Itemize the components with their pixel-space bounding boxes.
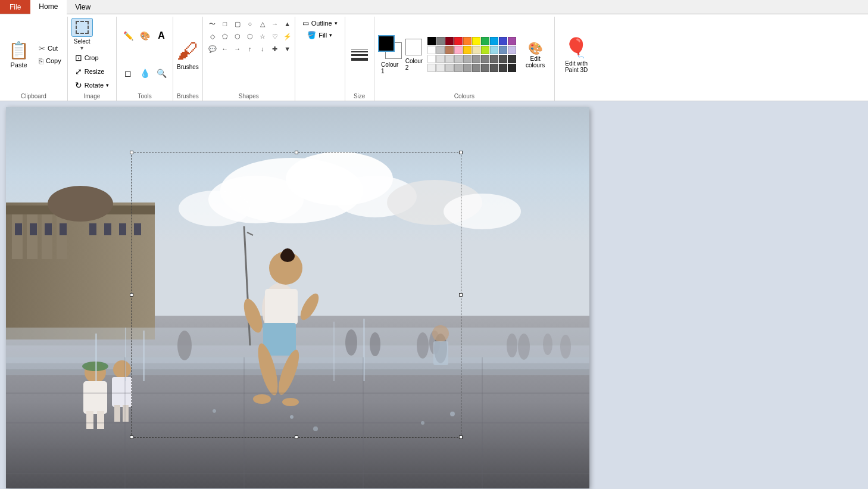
svg-rect-63: [433, 341, 448, 365]
palette-swatch-r3-c1[interactable]: [427, 55, 436, 63]
palette-swatch-r1-c4[interactable]: [454, 37, 463, 45]
paint3d-button[interactable]: 🎈 Edit withPaint 3D: [558, 33, 594, 77]
tab-view[interactable]: View: [67, 0, 99, 14]
clipboard-content: 📋 Paste ✂ Cut ⎘ Copy: [4, 18, 64, 99]
palette-swatch-r1-c6[interactable]: [472, 37, 480, 45]
palette-swatch-r2-c9[interactable]: [499, 46, 507, 54]
clipboard-label: Clipboard: [0, 93, 67, 99]
palette-swatch-r4-c5[interactable]: [463, 64, 472, 72]
palette-swatch-r3-c5[interactable]: [463, 55, 472, 63]
palette-swatch-r3-c7[interactable]: [481, 55, 489, 63]
triangle-shape[interactable]: △: [257, 18, 268, 30]
palette-swatch-r2-c1[interactable]: [427, 46, 436, 54]
copy-icon: ⎘: [39, 57, 43, 66]
crop-button[interactable]: ⊡ Crop: [71, 52, 113, 64]
svg-rect-18: [30, 223, 37, 235]
palette-swatch-r1-c5[interactable]: [463, 37, 472, 45]
pencil-tool[interactable]: ✏️: [120, 28, 136, 43]
palette-swatch-r3-c9[interactable]: [499, 55, 507, 63]
svg-point-33: [417, 332, 429, 359]
palette-swatch-r3-c4[interactable]: [454, 55, 463, 63]
palette-swatch-r3-c3[interactable]: [445, 55, 454, 63]
magnifier-tool[interactable]: 🔍: [154, 66, 169, 81]
palette-swatch-r3-c6[interactable]: [472, 55, 480, 63]
paste-button[interactable]: 📋 Paste: [4, 38, 34, 71]
text-tool[interactable]: A: [154, 28, 169, 43]
colour1-selector[interactable]: Colour1: [378, 35, 402, 74]
cross-shape[interactable]: ✚: [269, 43, 281, 55]
select-dropdown[interactable]: ▾: [80, 45, 83, 51]
heart-shape[interactable]: ♡: [269, 30, 281, 42]
clipboard-right: ✂ Cut ⎘ Copy: [36, 43, 64, 67]
palette-swatch-r1-c3[interactable]: [445, 37, 454, 45]
colour2-selector[interactable]: Colour2: [405, 39, 423, 71]
palette-swatch-r1-c2[interactable]: [436, 37, 445, 45]
svg-point-62: [432, 325, 449, 342]
palette-swatch-r4-c7[interactable]: [481, 64, 489, 72]
palette-swatch-r2-c10[interactable]: [508, 46, 516, 54]
image-container[interactable]: [6, 107, 589, 488]
resize-button[interactable]: ⤢ Resize: [71, 66, 113, 77]
callout-shape[interactable]: 💬: [207, 43, 218, 55]
outline-button[interactable]: ▭ Outline ▾: [299, 18, 341, 29]
pentagon-shape[interactable]: ⬠: [219, 30, 231, 42]
palette-swatch-r2-c3[interactable]: [445, 46, 454, 54]
fill-button[interactable]: 🪣 Fill ▾: [304, 30, 336, 41]
cut-button[interactable]: ✂ Cut: [36, 43, 64, 54]
ellipse-shape[interactable]: ○: [244, 18, 256, 30]
octagon-shape[interactable]: ⬡: [244, 30, 256, 42]
palette-swatch-r1-c9[interactable]: [499, 37, 507, 45]
palette-swatch-r4-c3[interactable]: [445, 64, 454, 72]
color-palette: [427, 37, 516, 72]
palette-swatch-r2-c4[interactable]: [454, 46, 463, 54]
fill-tool[interactable]: 🎨: [137, 28, 152, 43]
palette-swatch-r1-c1[interactable]: [427, 37, 436, 45]
tab-bar: File Home View: [0, 0, 868, 14]
shapes-expand-down[interactable]: ▼: [282, 43, 294, 55]
palette-swatch-r2-c6[interactable]: [472, 46, 480, 54]
palette-swatch-r4-c2[interactable]: [436, 64, 445, 72]
diamond-shape[interactable]: ◇: [207, 30, 218, 42]
palette-swatch-r4-c6[interactable]: [472, 64, 480, 72]
palette-swatch-r2-c2[interactable]: [436, 46, 445, 54]
edit-colours-button[interactable]: 🎨 Edit colours: [520, 39, 551, 71]
tab-file[interactable]: File: [0, 0, 30, 14]
palette-swatch-r3-c8[interactable]: [490, 55, 498, 63]
lightning-shape[interactable]: ⚡: [282, 30, 294, 42]
palette-swatch-r1-c7[interactable]: [481, 37, 489, 45]
palette-swatch-r2-c7[interactable]: [481, 46, 489, 54]
svg-rect-17: [15, 223, 22, 235]
palette-swatch-r1-c10[interactable]: [508, 37, 516, 45]
brushes-button[interactable]: 🖌 Brushes: [177, 39, 199, 70]
palette-swatch-r2-c5[interactable]: [463, 46, 472, 54]
palette-swatch-r3-c10[interactable]: [508, 55, 516, 63]
palette-swatch-r4-c8[interactable]: [490, 64, 498, 72]
palette-swatch-r4-c1[interactable]: [427, 64, 436, 72]
palette-swatch-r4-c9[interactable]: [499, 64, 507, 72]
rotate-button[interactable]: ↻ Rotate ▾: [71, 79, 113, 91]
palette-swatch-r2-c8[interactable]: [490, 46, 498, 54]
star5-shape[interactable]: ☆: [257, 30, 268, 42]
rect-shape[interactable]: □: [219, 18, 231, 30]
tab-home[interactable]: Home: [30, 0, 67, 14]
palette-swatch-r4-c10[interactable]: [508, 64, 516, 72]
color-picker-tool[interactable]: 💧: [137, 66, 152, 81]
palette-swatch-r4-c4[interactable]: [454, 64, 463, 72]
up-arrow-shape[interactable]: ↑: [244, 43, 256, 55]
rounded-rect-shape[interactable]: ▢: [232, 18, 243, 30]
right-arrow-shape[interactable]: →: [232, 43, 243, 55]
hexagon-shape[interactable]: ⬡: [232, 30, 243, 42]
select-button[interactable]: [71, 18, 93, 37]
colour1-label: Colour1: [381, 61, 398, 74]
curve-shape[interactable]: 〜: [207, 18, 218, 30]
arrow-shape[interactable]: →: [269, 18, 281, 30]
shapes-expand-up[interactable]: ▲: [282, 18, 294, 30]
palette-swatch-r3-c2[interactable]: [436, 55, 445, 63]
size-selector[interactable]: [349, 46, 370, 63]
eraser-tool[interactable]: ◻: [120, 66, 136, 81]
tools-group: ✏️ 🎨 A ◻ 💧 🔍 Tools: [117, 17, 173, 101]
copy-button[interactable]: ⎘ Copy: [36, 55, 64, 67]
down-arrow-shape[interactable]: ↓: [257, 43, 268, 55]
palette-swatch-r1-c8[interactable]: [490, 37, 498, 45]
left-arrow-shape[interactable]: ←: [219, 43, 231, 55]
